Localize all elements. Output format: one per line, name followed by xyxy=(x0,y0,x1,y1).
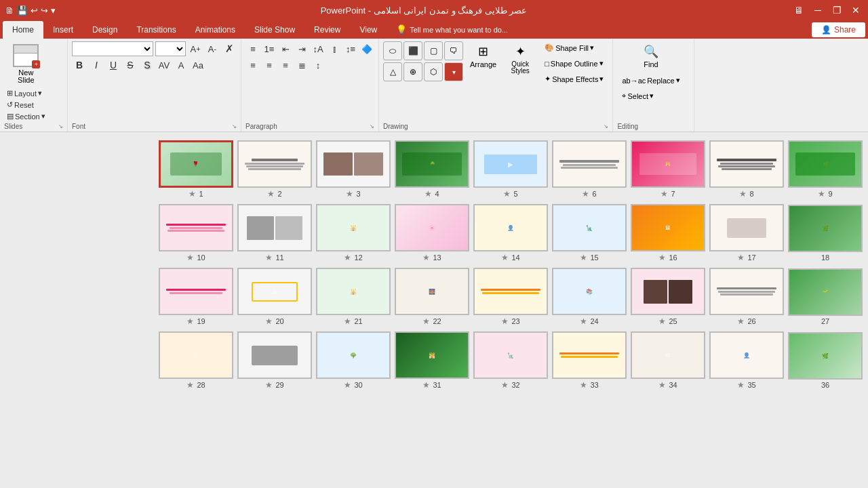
drawing-expand-icon[interactable]: ↘ xyxy=(604,123,608,129)
smartart-button[interactable]: 🔷 xyxy=(359,41,374,56)
slide-item-9[interactable]: 🌿 ★ 9 xyxy=(788,140,863,199)
slide-item-29[interactable]: ★ 29 xyxy=(237,331,312,390)
arrange-button[interactable]: ⊞ Arrange xyxy=(466,41,500,71)
decrease-indent-button[interactable]: ⇤ xyxy=(278,41,293,56)
tab-insert[interactable]: Insert xyxy=(43,21,83,39)
window-controls[interactable]: 🖥 ─ ❐ ✕ xyxy=(792,5,863,16)
slide-item-22[interactable]: 🌉 ★ 22 xyxy=(395,268,469,326)
callout-shape[interactable]: 🗨 xyxy=(444,41,463,60)
decrease-font-button[interactable]: A- xyxy=(205,41,220,56)
slide-item-1[interactable]: 🌹 ★ 1 xyxy=(159,140,233,199)
minimize-btn[interactable]: ─ xyxy=(811,5,825,16)
select-button[interactable]: ⌖ Select ▾ xyxy=(617,89,684,102)
shape-effects-button[interactable]: ✦ Shape Effects ▾ xyxy=(540,73,608,85)
slide-item-16[interactable]: 🏛 ★ 16 xyxy=(631,204,705,262)
quick-access-toolbar[interactable]: 🗎 💾 ↩ ↪ ▾ xyxy=(5,5,56,16)
bold-button[interactable]: B xyxy=(72,58,87,73)
font-name-select[interactable] xyxy=(72,41,153,56)
slide-item-27[interactable]: 🌱 27 xyxy=(788,268,863,325)
section-button[interactable]: ▤ Section ▾ xyxy=(4,111,48,121)
slide-item-21[interactable]: 🕌 ★ 21 xyxy=(316,268,391,326)
slide-item-20[interactable]: ⊞ ★ 20 xyxy=(237,268,312,326)
slide-item-19[interactable]: ★ 19 xyxy=(159,268,233,326)
tab-view[interactable]: View xyxy=(350,21,387,39)
slide-item-2[interactable]: ★ 2 xyxy=(237,140,312,199)
clear-format-button[interactable]: ✗ xyxy=(222,41,237,56)
text-direction-button[interactable]: ↕A xyxy=(311,41,326,56)
fontcolor-button[interactable]: A xyxy=(174,58,189,73)
slide-item-3[interactable]: ★ 3 xyxy=(316,140,391,199)
slide-item-25[interactable]: ★ 25 xyxy=(631,268,705,326)
reset-button[interactable]: ↺ Reset xyxy=(4,100,48,110)
slide-item-6[interactable]: ★ 6 xyxy=(552,140,627,199)
restore-btn[interactable]: ❐ xyxy=(830,5,844,16)
font-expand-icon[interactable]: ↘ xyxy=(232,123,237,129)
slide-item-23[interactable]: ★ 23 xyxy=(473,268,548,326)
rect-shape[interactable]: ⬛ xyxy=(403,41,422,60)
slide-item-30[interactable]: 🌳 ★ 30 xyxy=(316,331,391,390)
charspace-button[interactable]: AV xyxy=(157,58,172,73)
align-text-button[interactable]: ↕≡ xyxy=(343,41,358,56)
slide-item-24[interactable]: 📚 ★ 24 xyxy=(552,268,627,326)
align-center-button[interactable]: ≡ xyxy=(262,58,277,73)
align-right-button[interactable]: ≡ xyxy=(278,58,293,73)
increase-font-button[interactable]: A+ xyxy=(188,41,203,56)
slide-item-11[interactable]: ★ 11 xyxy=(237,204,312,262)
changecase-button[interactable]: Aa xyxy=(191,58,205,73)
file-icon[interactable]: 🗎 xyxy=(5,5,14,16)
slide-item-18[interactable]: 🌿 18 xyxy=(788,205,863,262)
rounded-rect-shape[interactable]: ▢ xyxy=(424,41,443,60)
tab-review[interactable]: Review xyxy=(304,21,350,39)
tab-tellme[interactable]: 💡 Tell me what you want to do... xyxy=(387,20,517,39)
save-icon[interactable]: 💾 xyxy=(17,5,28,16)
shape-outline-button[interactable]: □ Shape Outline ▾ xyxy=(540,57,608,70)
justify-button[interactable]: ≣ xyxy=(294,58,309,73)
qat-buttons[interactable]: 🗎 💾 ↩ ↪ ▾ xyxy=(5,5,56,16)
slide-item-10[interactable]: ★ 10 xyxy=(159,204,233,262)
share-button[interactable]: 👤 Share xyxy=(812,22,865,37)
columns-button[interactable]: ⫿ xyxy=(327,41,342,56)
redo-icon[interactable]: ↪ xyxy=(41,5,48,16)
slide-item-15[interactable]: 🗽 ★ 15 xyxy=(552,204,627,262)
slide-item-5[interactable]: ▶ ★ 5 xyxy=(473,140,548,199)
layout-button[interactable]: ⊞ Layout ▾ xyxy=(4,88,48,98)
bullets-button[interactable]: ≡ xyxy=(245,41,260,56)
close-btn[interactable]: ✕ xyxy=(849,5,863,16)
slide-item-17[interactable]: ★ 17 xyxy=(709,204,784,262)
shape-more[interactable]: ▾ xyxy=(444,62,463,81)
tab-home[interactable]: Home xyxy=(3,21,43,39)
slide-item-26[interactable]: ★ 26 xyxy=(709,268,784,326)
slide-item-14[interactable]: 👤 ★ 14 xyxy=(473,204,548,262)
slide-item-28[interactable]: ⛩ ★ 28 xyxy=(159,331,233,390)
slide-item-31[interactable]: 🕌 ★ 31 xyxy=(395,331,469,390)
oval-shape[interactable]: ⬭ xyxy=(383,41,402,60)
slide-item-34[interactable]: 🏛 ★ 34 xyxy=(631,331,705,390)
tab-design[interactable]: Design xyxy=(83,21,127,39)
shape2-2[interactable]: ⊕ xyxy=(403,62,422,81)
replace-button[interactable]: ab→ac Replace ▾ xyxy=(617,74,684,87)
slides-expand-icon[interactable]: ↘ xyxy=(58,123,63,129)
font-size-select[interactable] xyxy=(155,41,186,56)
shape2-3[interactable]: ⬡ xyxy=(424,62,443,81)
new-slide-button[interactable]: + New Slide xyxy=(9,41,43,87)
align-left-button[interactable]: ≡ xyxy=(245,58,260,73)
italic-button[interactable]: I xyxy=(89,58,104,73)
shadow-button[interactable]: S xyxy=(140,58,155,73)
tab-transitions[interactable]: Transitions xyxy=(127,21,185,39)
slide-item-12[interactable]: 🕌 ★ 12 xyxy=(316,204,391,262)
underline-button[interactable]: U xyxy=(106,58,121,73)
tab-slideshow[interactable]: Slide Show xyxy=(245,21,304,39)
tellme-text[interactable]: Tell me what you want to do... xyxy=(410,26,508,34)
slide-item-35[interactable]: 👤 ★ 35 xyxy=(709,331,784,390)
undo-icon[interactable]: ↩ xyxy=(31,5,38,16)
slide-item-33[interactable]: ★ 33 xyxy=(552,331,627,390)
increase-indent-button[interactable]: ⇥ xyxy=(294,41,309,56)
tab-animations[interactable]: Animations xyxy=(186,21,245,39)
customize-qat-icon[interactable]: ▾ xyxy=(51,5,56,16)
numbering-button[interactable]: 1≡ xyxy=(262,41,277,56)
find-button[interactable]: 🔍 Find xyxy=(617,41,684,71)
strikethrough-button[interactable]: S xyxy=(123,58,138,73)
slide-item-4[interactable]: 🌳 ★ 4 xyxy=(395,140,469,199)
shape2-1[interactable]: △ xyxy=(383,62,402,81)
shape-fill-button[interactable]: 🎨 Shape Fill ▾ xyxy=(540,41,608,54)
